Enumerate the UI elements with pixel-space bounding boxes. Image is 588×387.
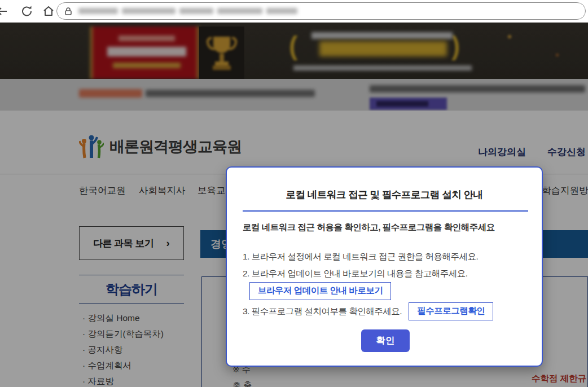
address-bar[interactable] — [56, 2, 586, 20]
modal-subtitle: 로컬 네트워크 접근 허용을 확인하고, 필수프로그램을 확인해주세요 — [243, 222, 495, 234]
learning-section-title: 학습하기 — [106, 280, 157, 298]
other-courses-label: 다른 과목 보기 — [93, 237, 153, 250]
back-icon[interactable] — [0, 5, 9, 18]
modal-step-1: 1. 브라우저 설정에서 로컬 네트워크 접근 권한을 허용해주세요. — [243, 251, 478, 263]
sidebar-item-materials[interactable]: · 자료방 — [82, 373, 164, 387]
banner-caption-blurred — [293, 65, 472, 71]
home-icon[interactable] — [42, 5, 55, 18]
chevron-right-icon: › — [166, 237, 170, 249]
refresh-icon[interactable] — [20, 5, 34, 18]
confirm-button[interactable]: 확인 — [361, 329, 410, 352]
red-flag-graphic — [90, 27, 199, 79]
modal-step-2: 2. 브라우저 업데이트 안내 바로보기의 내용을 참고해주세요. — [243, 268, 468, 280]
header-links: 나의강의실 수강신청 — [478, 146, 586, 159]
right-ornament: ) — [451, 30, 460, 61]
browser-toolbar — [0, 0, 588, 23]
sidebar-menu: · 강의실 Home · 강의듣기(학습목차) · 공지사항 · 수업계획서 ·… — [82, 310, 164, 387]
nav-korean-teacher[interactable]: 한국어교원 — [79, 184, 126, 197]
site-logo[interactable]: 배론원격평생교육원 — [79, 133, 242, 160]
trophy-icon — [199, 27, 244, 79]
credit-restriction-fragment: 수학점 제한규 — [532, 373, 586, 385]
nav-learning-support[interactable]: 학습지원방 — [542, 184, 588, 197]
sidebar-item-lectures[interactable]: · 강의듣기(학습목차) — [82, 326, 164, 342]
browser-update-guide-button[interactable]: 브라우저 업데이트 안내 바로보기 — [249, 282, 391, 300]
banner-headline-blurred — [319, 41, 447, 56]
site-header: 배론원격평생교육원 나의강의실 수강신청 — [0, 111, 588, 174]
learning-section-header: 학습하기 — [79, 275, 184, 304]
notice-text-blurred — [146, 90, 315, 97]
site-title: 배론원격평생교육원 — [109, 137, 242, 157]
sidebar-item-classroom-home[interactable]: · 강의실 Home — [82, 310, 164, 326]
notice-bar — [0, 79, 588, 111]
modal-step-3: 3. 필수프로그램 설치여부를 확인해주세요. — [243, 306, 402, 318]
modal-step-3-row: 3. 필수프로그램 설치여부를 확인해주세요. 필수프로그램확인 — [243, 302, 493, 320]
promo-banner[interactable]: ( ) — [0, 23, 588, 79]
sidebar-item-syllabus[interactable]: · 수업계획서 — [82, 358, 164, 373]
my-classroom-link[interactable]: 나의강의실 — [478, 146, 526, 159]
total-fragment: 총 출 — [232, 380, 252, 387]
modal-divider — [243, 210, 528, 212]
banner-subtext-blurred — [311, 32, 453, 39]
notice-purple-badge[interactable] — [370, 98, 447, 110]
nav-social-worker[interactable]: 사회복지사 — [139, 184, 186, 197]
modal-title: 로컬 네트워크 접근 및 필수프로그램 설치 안내 — [227, 188, 542, 201]
url-text-blurred — [78, 8, 297, 14]
other-courses-button[interactable]: 다른 과목 보기 › — [79, 226, 184, 260]
required-program-check-button[interactable]: 필수프로그램확인 — [409, 302, 493, 320]
lock-icon — [64, 7, 73, 16]
network-access-modal: 로컬 네트워크 접근 및 필수프로그램 설치 안내 로컬 네트워크 접근 허용을… — [226, 166, 543, 367]
notice-right-text-blurred — [370, 85, 585, 93]
sidebar-item-notices[interactable]: · 공지사항 — [82, 342, 164, 358]
screen: ( ) — [0, 0, 588, 387]
left-ornament: ( — [289, 30, 297, 61]
notice-red-text-blurred — [79, 89, 142, 98]
trophy-panel — [199, 27, 244, 79]
logo-people-icon — [79, 133, 104, 160]
enrollment-link[interactable]: 수강신청 — [547, 146, 586, 159]
